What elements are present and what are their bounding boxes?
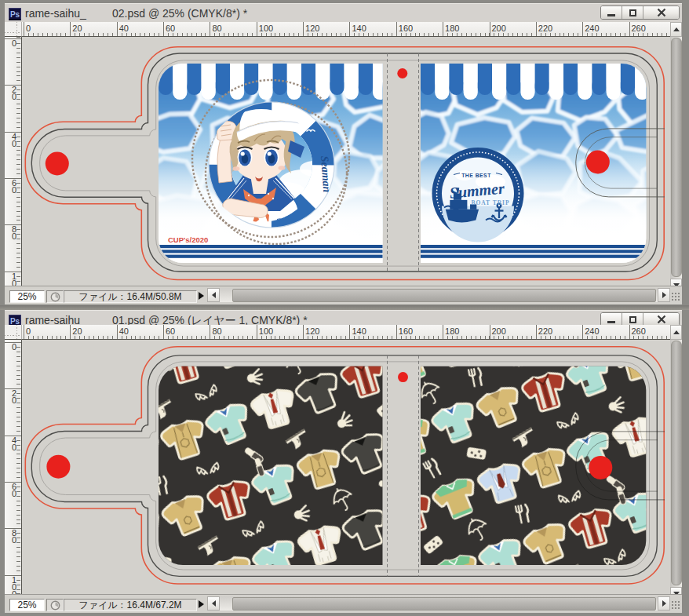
svg-text:THE BEST: THE BEST bbox=[461, 173, 491, 178]
svg-text:BOAT TRIP: BOAT TRIP bbox=[471, 199, 509, 206]
svg-text:CUP's/2020: CUP's/2020 bbox=[168, 235, 208, 244]
